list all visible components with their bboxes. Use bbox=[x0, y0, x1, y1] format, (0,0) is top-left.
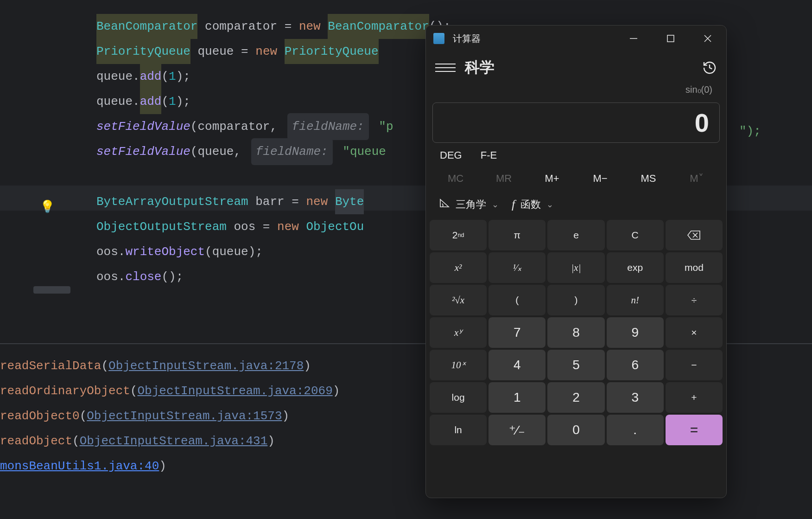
code-fragment-trailing: "); bbox=[739, 124, 761, 138]
trace-method: readOrdinaryObject bbox=[0, 384, 130, 398]
code-token: 1 bbox=[169, 64, 176, 89]
calculator-window: 计算器 科学 sin₀(0) 0 DEGF-E MCMRM+M−MSM˅ 三角学… bbox=[425, 25, 727, 498]
code-token: ); bbox=[176, 64, 190, 89]
code-token: (comparator, bbox=[190, 114, 285, 139]
key-×[interactable]: × bbox=[666, 317, 723, 348]
code-token: oos. bbox=[96, 264, 125, 289]
result-display[interactable]: 0 bbox=[432, 103, 720, 143]
trig-dropdown[interactable]: 三角学 ⌄ bbox=[439, 198, 499, 211]
function-icon: f bbox=[512, 198, 515, 211]
key-3[interactable]: 3 bbox=[607, 382, 664, 413]
key-|x|[interactable]: |x| bbox=[547, 252, 604, 283]
key-log[interactable]: log bbox=[430, 382, 487, 413]
code-token: queue. bbox=[96, 64, 140, 89]
key-π[interactable]: π bbox=[488, 220, 546, 250]
memory-row: MCMRM+M−MSM˅ bbox=[426, 166, 726, 191]
key-2[interactable]: 2 bbox=[547, 382, 604, 413]
key-÷[interactable]: ÷ bbox=[666, 285, 723, 315]
function-dropdown[interactable]: f 函数 ⌄ bbox=[512, 198, 553, 211]
key-5[interactable]: 5 bbox=[547, 350, 604, 380]
code-token: ObjectOutputStream bbox=[96, 214, 227, 239]
code-token: oos = bbox=[227, 214, 277, 239]
title-text: 计算器 bbox=[453, 32, 615, 45]
key-10ˣ[interactable]: 10ˣ bbox=[430, 350, 487, 380]
code-token: "queue bbox=[336, 139, 386, 164]
calc-option-deg[interactable]: DEG bbox=[440, 149, 462, 161]
code-token: (queue, bbox=[190, 139, 248, 164]
key-n![interactable]: n! bbox=[607, 285, 664, 315]
code-token: PriorityQueue bbox=[96, 39, 190, 64]
key-⁺⁄₋[interactable]: ⁺⁄₋ bbox=[488, 415, 546, 445]
titlebar[interactable]: 计算器 bbox=[426, 26, 726, 51]
close-button[interactable] bbox=[689, 26, 726, 51]
key-⌫[interactable] bbox=[666, 220, 723, 250]
trace-link[interactable]: ObjectInputStream.java:2178 bbox=[108, 359, 304, 373]
code-token: oos. bbox=[96, 239, 125, 264]
key-exp[interactable]: exp bbox=[607, 252, 664, 283]
code-token: add bbox=[140, 64, 162, 89]
code-token: new bbox=[255, 39, 284, 64]
key-7[interactable]: 7 bbox=[488, 317, 546, 348]
code-token: setFieldValue bbox=[96, 139, 190, 164]
key-.[interactable]: . bbox=[607, 415, 664, 445]
code-token: 1 bbox=[169, 89, 176, 114]
mode-label[interactable]: 科学 bbox=[465, 58, 702, 78]
trace-method: readObject bbox=[0, 434, 72, 448]
key-e[interactable]: e bbox=[547, 220, 604, 250]
option-row: DEGF-E bbox=[426, 145, 726, 166]
hamburger-menu-icon[interactable] bbox=[435, 58, 456, 78]
trace-link[interactable]: ObjectInputStream.java:431 bbox=[80, 434, 268, 448]
code-token: queue = bbox=[190, 39, 255, 64]
key-([interactable]: ( bbox=[488, 285, 546, 315]
maximize-button[interactable] bbox=[652, 26, 689, 51]
key-1[interactable]: 1 bbox=[488, 382, 546, 413]
key-x²[interactable]: x² bbox=[430, 252, 487, 283]
key-0[interactable]: 0 bbox=[547, 415, 604, 445]
app-icon bbox=[433, 33, 444, 44]
code-token: writeObject bbox=[125, 239, 205, 264]
code-token: "p bbox=[372, 114, 393, 139]
memory-button[interactable]: M+ bbox=[528, 169, 576, 188]
history-icon[interactable] bbox=[702, 60, 717, 75]
key-4[interactable]: 4 bbox=[488, 350, 546, 380]
horizontal-scrollbar-thumb[interactable] bbox=[33, 286, 70, 294]
code-token: ); bbox=[176, 89, 190, 114]
code-token: PriorityQueue bbox=[285, 39, 379, 64]
key-8[interactable]: 8 bbox=[547, 317, 604, 348]
key-ln[interactable]: ln bbox=[430, 415, 487, 445]
trace-method: readSerialData bbox=[0, 359, 101, 373]
key-−[interactable]: − bbox=[666, 350, 723, 380]
memory-button: MC bbox=[431, 169, 480, 188]
trace-link[interactable]: ObjectInputStream.java:1573 bbox=[87, 409, 282, 423]
key-mod[interactable]: mod bbox=[666, 252, 723, 283]
code-token: add bbox=[140, 89, 162, 114]
key-2nd[interactable]: 2nd bbox=[430, 220, 487, 250]
memory-button[interactable]: MS bbox=[624, 169, 672, 188]
key-6[interactable]: 6 bbox=[607, 350, 664, 380]
chevron-down-icon: ⌄ bbox=[492, 199, 499, 210]
key-)[interactable]: ) bbox=[547, 285, 604, 315]
key-¹⁄ₓ[interactable]: ¹⁄ₓ bbox=[488, 252, 546, 283]
trace-method: readObject0 bbox=[0, 409, 80, 423]
memory-button: M˅ bbox=[672, 169, 721, 188]
minimize-button[interactable] bbox=[615, 26, 652, 51]
code-token: (queue); bbox=[205, 239, 263, 264]
key-C[interactable]: C bbox=[607, 220, 664, 250]
code-token: (); bbox=[161, 264, 183, 289]
key-²√x[interactable]: ²√x bbox=[430, 285, 487, 315]
calc-option-f-e[interactable]: F-E bbox=[481, 149, 497, 161]
code-token: ( bbox=[161, 64, 169, 89]
trace-link[interactable]: monsBeanUtils1.java:40 bbox=[0, 459, 159, 473]
lightbulb-icon[interactable]: 💡 bbox=[40, 195, 55, 220]
key-+[interactable]: + bbox=[666, 382, 723, 413]
memory-button[interactable]: M− bbox=[576, 169, 624, 188]
code-token: new bbox=[277, 214, 306, 239]
code-token: ByteArrayOutputStream bbox=[96, 189, 248, 214]
code-token: close bbox=[125, 264, 161, 289]
trace-link[interactable]: ObjectInputStream.java:2069 bbox=[137, 384, 332, 398]
key-xʸ[interactable]: xʸ bbox=[430, 317, 487, 348]
code-token: new bbox=[306, 189, 335, 214]
code-token: Byte bbox=[335, 189, 364, 214]
key-=[interactable]: = bbox=[666, 415, 723, 445]
key-9[interactable]: 9 bbox=[607, 317, 664, 348]
